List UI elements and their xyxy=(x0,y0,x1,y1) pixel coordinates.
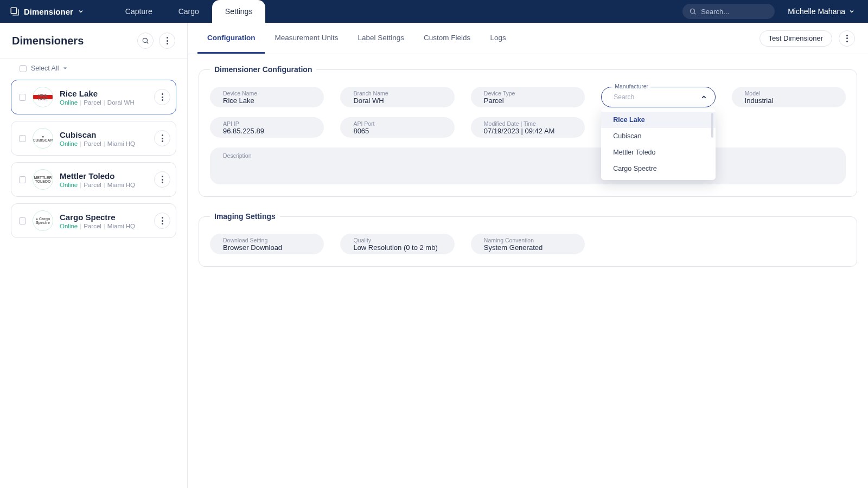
device-more-button[interactable] xyxy=(154,130,170,146)
device-meta: Online|Parcel|Doral WH xyxy=(60,99,135,106)
svg-point-2 xyxy=(143,38,147,42)
brand[interactable]: Dimensioner xyxy=(0,7,91,16)
field-description[interactable]: Description xyxy=(210,147,846,184)
device-meta: Online|Parcel|Miami HQ xyxy=(60,223,135,229)
kebab-icon xyxy=(846,35,848,42)
device-logo: RICE LAKE xyxy=(33,87,53,107)
field-device-type[interactable]: Device Type Parcel xyxy=(471,87,585,107)
manufacturer-option-rice-lake[interactable]: Rice Lake xyxy=(601,112,715,128)
select-all-label: Select All xyxy=(31,65,59,72)
svg-rect-0 xyxy=(11,8,17,14)
device-checkbox[interactable] xyxy=(19,94,26,101)
content-header: Configuration Measurement Units Label Se… xyxy=(188,23,868,54)
manufacturer-option-cargo-spectre[interactable]: Cargo Spectre xyxy=(601,160,715,177)
panel-legend: Dimensioner Configuration xyxy=(210,65,316,74)
select-all-checkbox[interactable] xyxy=(20,65,27,72)
device-logo: METTLER TOLEDO xyxy=(33,169,53,190)
device-more-button[interactable] xyxy=(154,89,170,105)
field-api-port[interactable]: API Port 8065 xyxy=(340,117,454,138)
field-model[interactable]: Model Industrial xyxy=(732,87,846,107)
tab-capture[interactable]: Capture xyxy=(112,0,165,23)
tab-measurement-units[interactable]: Measurement Units xyxy=(265,23,348,54)
global-search[interactable] xyxy=(682,4,775,19)
field-download-setting[interactable]: Download Setting Browser Download xyxy=(210,234,324,254)
tab-configuration[interactable]: Configuration xyxy=(197,23,265,54)
field-quality[interactable]: Quality Low Resolution (0 to 2 mb) xyxy=(340,234,454,254)
device-checkbox[interactable] xyxy=(19,217,26,224)
app-logo-icon xyxy=(10,7,20,16)
panel-legend: Imaging Settings xyxy=(210,212,280,221)
field-branch-name[interactable]: Branch Name Doral WH xyxy=(340,87,454,107)
chevron-up-icon[interactable] xyxy=(700,93,707,101)
tab-cargo[interactable]: Cargo xyxy=(165,0,212,23)
device-name: Rice Lake xyxy=(60,89,135,98)
chevron-down-icon xyxy=(78,8,84,15)
device-more-button[interactable] xyxy=(154,171,170,188)
search-icon xyxy=(689,8,697,15)
manufacturer-option-cubiscan[interactable]: Cubiscan xyxy=(601,128,715,144)
sidebar: Dimensioners Select All RICE LAKE Rice L… xyxy=(0,23,188,488)
content-more-button[interactable] xyxy=(839,30,855,47)
device-name: Mettler Toledo xyxy=(60,171,135,181)
test-dimensioner-button[interactable]: Test Dimensioner xyxy=(760,30,832,47)
field-modified-date[interactable]: Modified Date | Time 07/19/2023 | 09:42 … xyxy=(471,117,585,138)
tab-custom-fields[interactable]: Custom Fields xyxy=(414,23,480,54)
device-card-cubiscan[interactable]: ● CUBISCAN Cubiscan Online|Parcel|Miami … xyxy=(11,121,176,156)
field-device-name[interactable]: Device Name Rice Lake xyxy=(210,87,324,107)
user-menu[interactable]: Michelle Mahana xyxy=(788,7,855,16)
manufacturer-dropdown: Rice Lake Cubiscan Mettler Toledo Cargo … xyxy=(601,108,715,180)
device-meta: Online|Parcel|Miami HQ xyxy=(60,182,135,188)
field-naming-convention[interactable]: Naming Convention System Generated xyxy=(471,234,585,254)
device-meta: Online|Parcel|Miami HQ xyxy=(60,140,135,147)
sidebar-more-button[interactable] xyxy=(159,33,175,49)
page-title: Dimensioners xyxy=(12,35,84,47)
select-all-row[interactable]: Select All xyxy=(0,59,187,78)
kebab-icon xyxy=(162,134,163,142)
field-manufacturer-label: Manufacturer xyxy=(612,83,650,89)
chevron-down-icon xyxy=(848,8,855,15)
tab-logs[interactable]: Logs xyxy=(480,23,515,54)
content: Configuration Measurement Units Label Se… xyxy=(188,23,868,488)
caret-down-icon[interactable] xyxy=(63,66,67,70)
kebab-icon xyxy=(162,217,163,224)
content-tabs: Configuration Measurement Units Label Se… xyxy=(197,23,516,54)
device-checkbox[interactable] xyxy=(19,135,26,142)
device-card-mettler-toledo[interactable]: METTLER TOLEDO Mettler Toledo Online|Par… xyxy=(11,162,176,197)
global-search-input[interactable] xyxy=(701,8,755,16)
device-name: Cargo Spectre xyxy=(60,213,135,222)
device-logo: ● Cargo Spectre xyxy=(33,210,53,231)
sidebar-header: Dimensioners xyxy=(0,23,187,59)
kebab-icon xyxy=(162,176,163,183)
field-manufacturer-combo[interactable]: Manufacturer xyxy=(601,87,715,107)
topbar: Dimensioner Capture Cargo Settings Miche… xyxy=(0,0,868,23)
device-name: Cubiscan xyxy=(60,130,135,139)
search-icon xyxy=(142,37,149,44)
dropdown-scrollbar[interactable] xyxy=(711,113,713,138)
field-api-ip[interactable]: API IP 96.85.225.89 xyxy=(210,117,324,138)
top-nav: Capture Cargo Settings xyxy=(112,0,266,23)
sidebar-search-button[interactable] xyxy=(137,33,154,49)
kebab-icon xyxy=(162,93,163,101)
brand-label: Dimensioner xyxy=(24,7,73,16)
device-more-button[interactable] xyxy=(154,213,170,229)
panel-imaging-settings: Imaging Settings Download Setting Browse… xyxy=(199,212,857,267)
tab-settings[interactable]: Settings xyxy=(212,0,266,23)
device-logo: ● CUBISCAN xyxy=(33,128,53,149)
svg-point-1 xyxy=(690,9,694,13)
field-manufacturer-input[interactable] xyxy=(614,93,700,101)
tab-label-settings[interactable]: Label Settings xyxy=(348,23,414,54)
kebab-icon xyxy=(167,37,168,44)
manufacturer-option-mettler-toledo[interactable]: Mettler Toledo xyxy=(601,144,715,160)
device-list: RICE LAKE Rice Lake Online|Parcel|Doral … xyxy=(0,78,187,238)
device-card-rice-lake[interactable]: RICE LAKE Rice Lake Online|Parcel|Doral … xyxy=(11,80,176,114)
device-checkbox[interactable] xyxy=(19,176,26,183)
panel-dimensioner-configuration: Dimensioner Configuration Device Name Ri… xyxy=(199,65,857,197)
device-card-cargo-spectre[interactable]: ● Cargo Spectre Cargo Spectre Online|Par… xyxy=(11,203,176,238)
user-name: Michelle Mahana xyxy=(788,7,845,16)
